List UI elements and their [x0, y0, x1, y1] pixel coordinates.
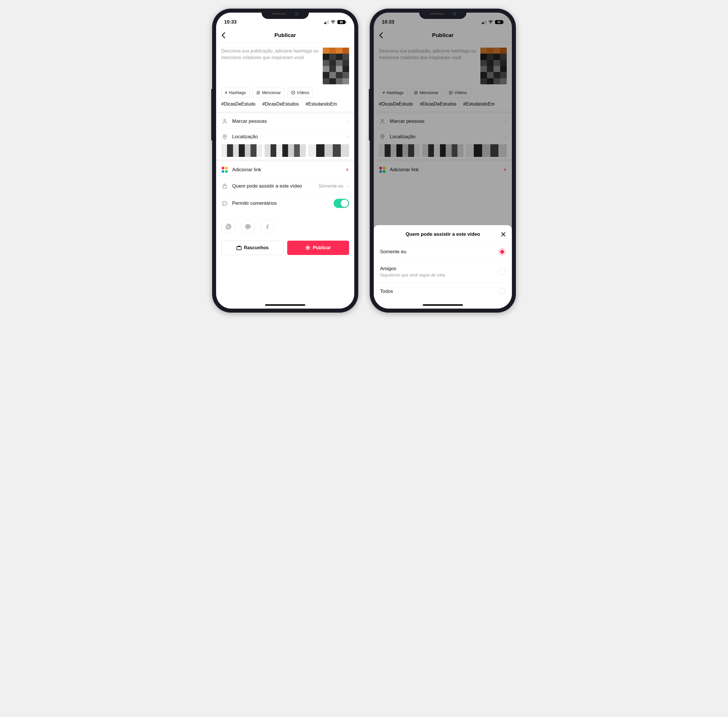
page-title: Publicar: [274, 32, 296, 38]
wifi-icon: [330, 20, 336, 24]
share-facebook-icon[interactable]: [260, 220, 274, 234]
suggested-hashtag[interactable]: #EstudandoEm: [306, 102, 337, 107]
radio-checked-icon: [499, 249, 506, 255]
row-location[interactable]: Localização ›: [216, 129, 354, 144]
radio-unchecked-icon: [499, 288, 506, 295]
screen-left: 10:33 86 Publicar Descreva sua publicaçã…: [216, 13, 354, 308]
link-dots-icon: [221, 166, 228, 173]
svg-point-1: [224, 119, 225, 121]
privacy-option-everyone[interactable]: Todos: [374, 282, 512, 300]
row-add-link[interactable]: Adicionar link +: [216, 162, 354, 178]
nav-header: Publicar: [216, 28, 354, 43]
radio-unchecked-icon: [499, 268, 506, 275]
share-message-icon[interactable]: [241, 220, 255, 234]
drafts-icon: [236, 246, 242, 250]
suggested-hashtag[interactable]: #DicasDeEstudos: [262, 102, 299, 107]
sheet-title: Quem pode assistir a este vídeo: [405, 232, 480, 237]
screen-right: 10:33 86 Publicar Descreva sua publicaçã…: [374, 13, 512, 308]
chip-mention[interactable]: @Mencionar: [253, 88, 285, 98]
phone-frame-right: 10:33 86 Publicar Descreva sua publicaçã…: [370, 9, 516, 313]
phone-frame-left: 10:33 86 Publicar Descreva sua publicaçã…: [212, 9, 358, 313]
comments-toggle[interactable]: [334, 199, 349, 208]
chip-hashtags[interactable]: #Hashtags: [221, 88, 250, 98]
row-comments: Permitir comentários: [216, 194, 354, 212]
plus-icon: +: [346, 166, 349, 174]
play-circle-icon: [291, 91, 295, 95]
privacy-option-only-me[interactable]: Somente eu: [374, 243, 512, 261]
drafts-button[interactable]: Rascunhos: [221, 241, 284, 255]
back-button[interactable]: [221, 32, 225, 38]
privacy-value: Somente eu: [319, 183, 343, 189]
at-icon: @: [256, 90, 260, 95]
privacy-sheet: Quem pode assistir a este vídeo Somente …: [374, 225, 512, 308]
cellular-signal-icon: [324, 20, 329, 24]
svg-rect-7: [237, 247, 241, 250]
location-pin-icon: [221, 134, 228, 140]
svg-point-4: [224, 203, 224, 204]
chevron-right-icon: ›: [347, 134, 349, 140]
hash-icon: #: [225, 90, 227, 95]
svg-rect-3: [223, 186, 227, 188]
row-privacy[interactable]: Quem pode assistir a este vídeo Somente …: [216, 178, 354, 194]
comment-icon: [221, 200, 228, 206]
suggested-hashtag[interactable]: #DicasDeEstudo: [221, 102, 255, 107]
lock-icon: [221, 183, 228, 189]
caption-input[interactable]: Descreva sua publicação, adicione hashta…: [221, 47, 319, 84]
svg-point-2: [224, 135, 225, 137]
status-time: 10:33: [224, 19, 236, 25]
row-tag-people[interactable]: Marcar pessoas ›: [216, 114, 354, 129]
location-suggestions-blurred[interactable]: [221, 144, 349, 157]
publish-icon: [305, 245, 311, 250]
home-indicator[interactable]: [265, 304, 305, 306]
chevron-right-icon: ›: [347, 183, 349, 189]
chevron-right-icon: ›: [347, 118, 349, 124]
person-icon: [221, 119, 228, 124]
home-indicator[interactable]: [423, 304, 463, 306]
publish-button[interactable]: Publicar: [287, 241, 349, 255]
privacy-option-friends[interactable]: Amigos Seguidores que você segue de volt…: [374, 261, 512, 282]
svg-point-5: [224, 203, 225, 204]
device-notch: [262, 9, 309, 19]
device-notch: [419, 9, 467, 19]
share-whatsapp-icon[interactable]: [221, 220, 236, 234]
video-thumbnail[interactable]: [323, 47, 349, 84]
chip-videos[interactable]: Vídeos: [288, 88, 313, 98]
battery-icon: 86: [337, 20, 346, 24]
svg-point-6: [225, 203, 226, 204]
close-button[interactable]: [500, 232, 506, 237]
